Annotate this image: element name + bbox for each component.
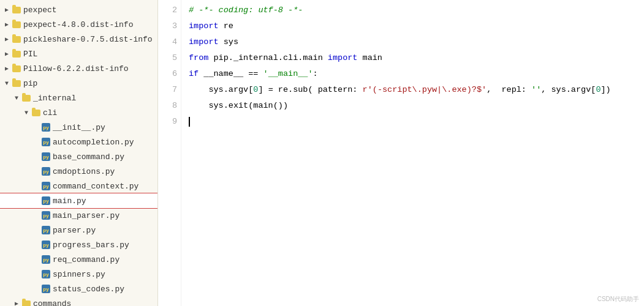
line-numbers: 2 3 4 5 6 7 8 9 <box>158 0 181 306</box>
sidebar-item-req_command.py[interactable]: pyreq_command.py <box>0 252 157 267</box>
python-file-icon: py <box>40 226 51 234</box>
python-file-icon: py <box>40 285 51 293</box>
sidebar-item-commands[interactable]: ▶commands <box>0 296 157 306</box>
tree-arrow-icon: ▼ <box>22 110 31 116</box>
sidebar-item-main_parser.py[interactable]: pymain_parser.py <box>0 208 157 223</box>
tree-item-label: base_command.py <box>53 152 124 162</box>
python-file-icon: py <box>40 241 51 249</box>
sidebar-item-pexpect[interactable]: ▶pexpect <box>0 2 157 17</box>
sidebar-item-command_context.py[interactable]: pycommand_context.py <box>0 179 157 193</box>
tree-item-label: pickleshare-0.7.5.dist-info <box>23 35 153 44</box>
sidebar-item-pickleshare-0.7.5.dist-info[interactable]: ▶pickleshare-0.7.5.dist-info <box>0 32 157 47</box>
code-editor: 2 3 4 5 6 7 8 9 # -*- coding: utf-8 -*- … <box>158 0 644 306</box>
folder-icon <box>11 51 22 58</box>
tree-item-label: parser.py <box>53 226 96 235</box>
code-line-4: import sys <box>189 34 644 50</box>
python-file-icon: py <box>40 152 51 161</box>
folder-icon <box>11 80 22 87</box>
tree-item-label: status_codes.py <box>53 285 124 294</box>
sidebar-item-progress_bars.py[interactable]: pyprogress_bars.py <box>0 237 157 252</box>
sidebar-item-_internal[interactable]: ▼_internal <box>0 91 157 105</box>
folder-icon <box>11 36 22 43</box>
tree-item-label: cmdoptions.py <box>53 167 115 176</box>
code-line-2: # -*- coding: utf-8 -*- <box>189 2 644 18</box>
code-line-9 <box>189 114 644 130</box>
code-line-7: sys.argv[0] = re.sub( pattern: r'(-scrip… <box>189 82 644 98</box>
code-content[interactable]: # -*- coding: utf-8 -*- import re import… <box>181 0 644 306</box>
tree-item-label: req_command.py <box>53 255 119 264</box>
python-file-icon: py <box>40 196 51 205</box>
folder-icon <box>21 300 32 307</box>
tree-item-label: progress_bars.py <box>53 241 129 250</box>
sidebar-item-main.py[interactable]: pymain.py <box>0 193 157 208</box>
code-line-6: ▶ if __name__ == '__main__': <box>189 66 644 82</box>
tree-arrow-icon: ▼ <box>12 95 21 102</box>
tree-item-label: Pillow-6.2.2.dist-info <box>23 64 129 73</box>
folder-icon <box>11 21 22 28</box>
tree-arrow-icon: ▶ <box>2 65 11 72</box>
sidebar-item-cmdoptions.py[interactable]: pycmdoptions.py <box>0 164 157 179</box>
tree-arrow-icon: ▶ <box>2 50 11 58</box>
sidebar-item-__init__.py[interactable]: py__init__.py <box>0 120 157 135</box>
python-file-icon: py <box>40 270 51 278</box>
tree-item-label: main_parser.py <box>53 211 119 220</box>
code-line-3: import re <box>189 18 644 34</box>
tree-arrow-icon: ▶ <box>2 6 11 13</box>
folder-icon <box>21 95 32 102</box>
tree-item-label: command_context.py <box>53 182 138 191</box>
tree-arrow-icon: ▶ <box>2 21 11 28</box>
tree-item-label: main.py <box>53 196 86 206</box>
sidebar-item-spinners.py[interactable]: pyspinners.py <box>0 267 157 282</box>
sidebar-item-status_codes.py[interactable]: pystatus_codes.py <box>0 282 157 296</box>
python-file-icon: py <box>40 138 51 146</box>
folder-icon <box>31 110 42 116</box>
python-file-icon: py <box>40 123 51 132</box>
sidebar-item-pip[interactable]: ▼pip <box>0 76 157 91</box>
folder-icon <box>11 7 22 13</box>
tree-item-label: pexpect-4.8.0.dist-info <box>23 20 133 29</box>
tree-item-label: pip <box>23 79 37 88</box>
python-file-icon: py <box>40 255 51 264</box>
tree-arrow-icon: ▼ <box>2 80 11 87</box>
tree-item-label: cli <box>43 108 57 118</box>
tree-item-label: spinners.py <box>53 270 105 279</box>
tree-item-label: autocompletion.py <box>53 138 134 147</box>
tree-item-label: __init__.py <box>53 123 105 132</box>
sidebar-item-PIL[interactable]: ▶PIL <box>0 47 157 61</box>
tree-item-label: PIL <box>23 50 37 59</box>
python-file-icon: py <box>40 211 51 220</box>
code-line-5: from pip._internal.cli.main import main <box>189 50 644 66</box>
sidebar-item-Pillow-6.2.2.dist-info[interactable]: ▶Pillow-6.2.2.dist-info <box>0 61 157 76</box>
tree-item-label: _internal <box>33 94 76 103</box>
tree-item-label: commands <box>33 299 71 307</box>
folder-icon <box>11 65 22 72</box>
sidebar-item-pexpect-4.8.0.dist-info[interactable]: ▶pexpect-4.8.0.dist-info <box>0 17 157 32</box>
sidebar-item-autocompletion.py[interactable]: pyautocompletion.py <box>0 135 157 149</box>
python-file-icon: py <box>40 182 51 190</box>
tree-item-label: pexpect <box>23 6 57 15</box>
tree-arrow-icon: ▶ <box>12 300 21 306</box>
tree-arrow-icon: ▶ <box>2 35 11 43</box>
python-file-icon: py <box>40 167 51 176</box>
file-tree[interactable]: ▶pexpect▶pexpect-4.8.0.dist-info▶pickles… <box>0 0 158 306</box>
sidebar-item-cli[interactable]: ▼cli <box>0 105 157 120</box>
code-line-8: sys.exit(main()) <box>189 98 644 114</box>
sidebar-item-base_command.py[interactable]: pybase_command.py <box>0 149 157 164</box>
watermark: CSDN代码助手 <box>597 295 639 304</box>
sidebar-item-parser.py[interactable]: pyparser.py <box>0 223 157 237</box>
